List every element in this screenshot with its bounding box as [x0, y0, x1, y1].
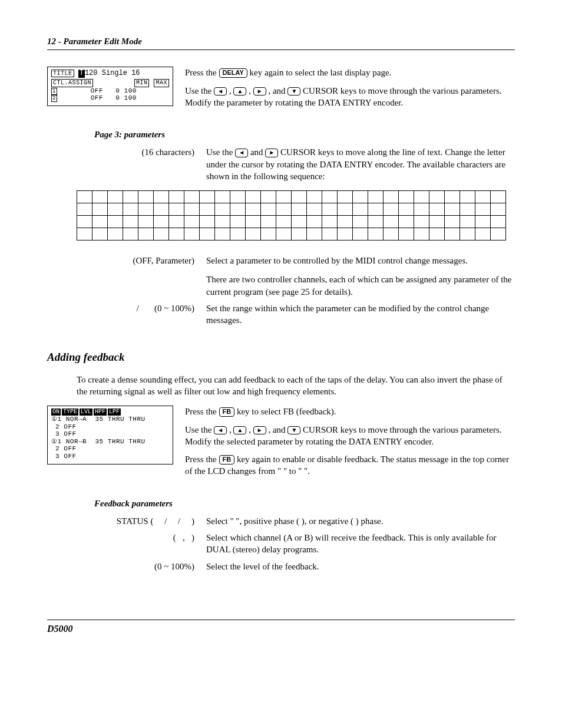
cursor-left-icon: ◄	[214, 426, 227, 435]
press-delay-text: Press the DELAY key again to select the …	[185, 67, 515, 78]
fbp-level-right: Select the level of the feedback.	[206, 561, 515, 572]
cursor-right-icon: ►	[253, 87, 266, 96]
fbp-level-left: (0 ~ 100%)	[47, 561, 206, 572]
page-header: 12 - Parameter Edit Mode	[47, 35, 515, 50]
lcd1-cursor-char: T	[78, 70, 85, 78]
lcd-screenshot-1: TITLE T120 Single 16 CTL.ASSIGN MIN MAX …	[47, 67, 173, 106]
fb-p2: Use the ◄ , ▲ , ► , and ▼ CURSOR keys to…	[185, 424, 515, 448]
fbp-channel-left: ( , )	[47, 532, 206, 543]
lcd2-r3: 3 OFF	[51, 430, 169, 438]
page-footer: D5000	[47, 620, 515, 635]
fb-p1: Press the FB key to select FB (feedback)…	[185, 406, 515, 417]
cursor-down-icon: ▼	[287, 87, 300, 96]
lcd2-hdr-on: ON	[51, 409, 61, 416]
lcd1-row2: 2 OFF 0 100	[51, 94, 169, 102]
param-ctl-right2: There are two controller channels, each …	[206, 274, 515, 298]
lcd1-title-label: TITLE	[51, 70, 74, 77]
lcd2-hdr-lpf: LPF	[108, 409, 121, 416]
character-grid	[77, 190, 506, 241]
param-title-left: (16 characters)	[47, 146, 206, 158]
delay-key-icon: DELAY	[219, 68, 247, 78]
fb-key-icon: FB	[219, 455, 235, 465]
lcd1-min-label: MIN	[134, 79, 150, 87]
fbp-status-right: Select " ", positive phase ( ), or negat…	[206, 515, 515, 527]
cursor-right-icon: ►	[265, 149, 278, 157]
feedback-params-heading: Feedback parameters	[94, 498, 515, 509]
param-title-right: Use the ◄ and ► CURSOR keys to move alon…	[206, 146, 515, 182]
cursor-up-icon: ▲	[233, 87, 246, 96]
param-range-left: / (0 ~ 100%)	[47, 302, 206, 314]
lcd2-r1: ①1 NOR→A 35 THRU THRU	[51, 416, 169, 423]
cursor-keys-text-1: Use the ◄ , ▲ , ► , and ▼ CURSOR keys to…	[185, 85, 515, 109]
lcd2-r6: 3 OFF	[51, 453, 169, 460]
page3-heading: Page 3: parameters	[94, 129, 515, 140]
lcd2-r5: 2 OFF	[51, 445, 169, 453]
lcd2-hdr-lvl: LVL	[80, 409, 92, 416]
feedback-intro: To create a dense sounding effect, you c…	[77, 374, 515, 398]
lcd1-max-label: MAX	[154, 79, 169, 87]
lcd-screenshot-2: ON TYPE LVL HPF LPF ①1 NOR→A 35 THRU THR…	[47, 406, 173, 464]
adding-feedback-heading: Adding feedback	[47, 350, 515, 365]
lcd1-ctl-label: CTL.ASSIGN	[51, 79, 93, 87]
fbp-channel-right: Select which channel (A or B) will recei…	[206, 532, 515, 556]
fbp-status-left: STATUS ( / / )	[47, 515, 206, 527]
cursor-left-icon: ◄	[214, 87, 227, 96]
lcd1-row1: 1 OFF 0 100	[51, 87, 169, 95]
lcd2-r2: 2 OFF	[51, 423, 169, 431]
cursor-down-icon: ▼	[287, 426, 300, 435]
param-range-right: Set the range within which the parameter…	[206, 302, 515, 327]
cursor-right-icon: ►	[253, 426, 266, 435]
param-ctl-right1: Select a parameter to be controlled by t…	[206, 255, 515, 266]
lcd2-hdr-type: TYPE	[62, 409, 78, 416]
lcd2-hdr-hpf: HPF	[94, 409, 107, 416]
param-ctl-left: (OFF, Parameter)	[47, 255, 206, 266]
cursor-up-icon: ▲	[233, 426, 246, 435]
fb-p3: Press the FB key again to enable or disa…	[185, 453, 515, 477]
cursor-left-icon: ◄	[235, 149, 248, 157]
fb-key-icon: FB	[219, 407, 235, 417]
lcd1-title-value: 120 Single 16	[85, 69, 140, 77]
lcd2-r4: ①1 NOR→B 35 THRU THRU	[51, 438, 169, 446]
